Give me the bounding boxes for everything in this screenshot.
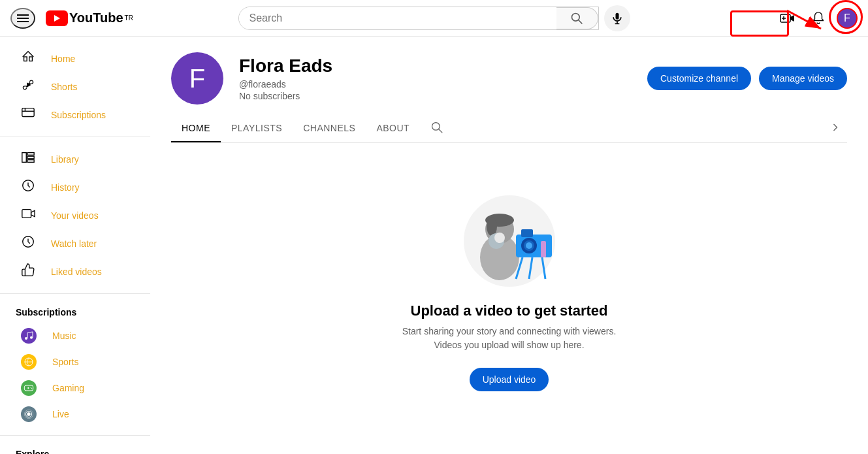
sidebar-music-label: Music bbox=[52, 331, 76, 341]
sidebar-library-label: Library bbox=[51, 154, 79, 165]
customize-channel-button[interactable]: Customize channel bbox=[647, 67, 751, 90]
sidebar-item-liked-videos[interactable]: Liked videos bbox=[5, 257, 145, 285]
sidebar-divider-1 bbox=[0, 137, 150, 137]
svg-rect-21 bbox=[22, 153, 26, 163]
sidebar-divider-3 bbox=[0, 435, 150, 436]
svg-rect-23 bbox=[27, 156, 34, 159]
upload-video-button[interactable]: Upload video bbox=[470, 368, 549, 391]
manage-videos-button[interactable]: Manage videos bbox=[759, 67, 847, 90]
topbar: YouTubeTR bbox=[0, 0, 868, 37]
main-content: F Flora Eads @floraeads No subscribers C… bbox=[150, 37, 868, 454]
home-icon bbox=[21, 50, 35, 67]
youtube-logo[interactable]: YouTubeTR bbox=[46, 10, 133, 26]
svg-point-30 bbox=[30, 336, 33, 339]
main-area: Home Shorts Subscriptions Library His bbox=[0, 37, 868, 454]
sidebar-item-history[interactable]: History bbox=[5, 173, 145, 201]
music-avatar bbox=[21, 328, 37, 344]
svg-point-51 bbox=[526, 242, 532, 249]
empty-state: Upload a video to get started Start shar… bbox=[150, 143, 868, 430]
svg-point-36 bbox=[31, 388, 32, 389]
channel-header: F Flora Eads @floraeads No subscribers C… bbox=[150, 37, 868, 143]
watch-later-icon bbox=[21, 235, 35, 252]
channel-name: Flora Eads bbox=[239, 56, 632, 76]
menu-button[interactable] bbox=[10, 8, 35, 29]
channel-actions: Customize channel Manage videos bbox=[647, 67, 847, 90]
channel-handle: @floraeads bbox=[239, 79, 632, 89]
shorts-icon bbox=[21, 78, 35, 95]
sidebar: Home Shorts Subscriptions Library His bbox=[0, 37, 150, 454]
sidebar-sports-label: Sports bbox=[52, 357, 78, 367]
tab-home[interactable]: HOME bbox=[171, 115, 221, 142]
svg-rect-18 bbox=[22, 108, 34, 117]
topbar-right: F bbox=[727, 5, 858, 31]
search-input[interactable] bbox=[239, 7, 556, 29]
sidebar-item-sports[interactable]: Sports bbox=[5, 349, 145, 375]
sidebar-item-music[interactable]: Music bbox=[5, 323, 145, 349]
topbar-left: YouTubeTR bbox=[10, 8, 141, 29]
search-area bbox=[238, 5, 630, 31]
user-avatar[interactable]: F bbox=[837, 8, 858, 29]
live-avatar bbox=[21, 406, 37, 422]
svg-rect-24 bbox=[27, 160, 34, 163]
sidebar-item-shorts[interactable]: Shorts bbox=[5, 73, 145, 101]
tab-channels[interactable]: CHANNELS bbox=[293, 115, 366, 142]
tab-playlists[interactable]: PLAYLISTS bbox=[221, 115, 293, 142]
subscriptions-section-title: Subscriptions bbox=[0, 302, 150, 323]
channel-tabs: HOME PLAYLISTS CHANNELS ABOUT bbox=[171, 115, 847, 143]
sidebar-live-label: Live bbox=[52, 409, 69, 419]
svg-rect-0 bbox=[17, 14, 29, 16]
tab-search-icon[interactable] bbox=[425, 116, 449, 142]
liked-videos-icon bbox=[21, 263, 35, 280]
svg-point-46 bbox=[487, 218, 497, 236]
search-bar bbox=[238, 7, 599, 30]
tab-about[interactable]: ABOUT bbox=[366, 115, 420, 142]
sidebar-liked-videos-label: Liked videos bbox=[51, 267, 102, 277]
tab-chevron-icon[interactable] bbox=[824, 116, 847, 142]
empty-illustration bbox=[444, 182, 575, 287]
empty-state-subtitle: Start sharing your story and connecting … bbox=[392, 325, 627, 352]
svg-point-37 bbox=[27, 412, 30, 415]
search-button[interactable] bbox=[556, 7, 598, 29]
sidebar-history-label: History bbox=[51, 182, 80, 193]
svg-marker-12 bbox=[790, 15, 794, 22]
your-videos-icon bbox=[21, 206, 35, 224]
svg-rect-22 bbox=[27, 153, 34, 155]
svg-point-29 bbox=[25, 337, 27, 340]
svg-point-40 bbox=[432, 123, 440, 131]
notifications-button[interactable] bbox=[805, 5, 831, 31]
channel-subscribers: No subscribers bbox=[239, 91, 632, 101]
sidebar-watch-later-label: Watch later bbox=[51, 238, 97, 249]
svg-point-35 bbox=[31, 387, 31, 388]
svg-rect-15 bbox=[24, 57, 27, 61]
sidebar-your-videos-label: Your videos bbox=[51, 210, 99, 221]
svg-rect-16 bbox=[29, 57, 33, 61]
sidebar-item-gaming[interactable]: Gaming bbox=[5, 375, 145, 401]
svg-marker-27 bbox=[31, 210, 35, 216]
create-button[interactable] bbox=[774, 5, 800, 31]
svg-rect-1 bbox=[17, 18, 29, 19]
explore-section-title: Explore bbox=[0, 444, 150, 454]
logo-tr: TR bbox=[125, 14, 133, 22]
sidebar-item-home[interactable]: Home bbox=[5, 44, 145, 73]
sidebar-item-live[interactable]: Live bbox=[5, 401, 145, 427]
sidebar-divider-2 bbox=[0, 293, 150, 294]
svg-rect-7 bbox=[615, 12, 619, 19]
sidebar-item-subscriptions[interactable]: Subscriptions bbox=[5, 101, 145, 129]
mic-button[interactable] bbox=[604, 5, 630, 31]
gaming-avatar bbox=[21, 380, 37, 396]
sidebar-item-your-videos[interactable]: Your videos bbox=[5, 201, 145, 229]
svg-line-41 bbox=[439, 129, 443, 133]
sidebar-gaming-label: Gaming bbox=[52, 383, 84, 393]
empty-state-title: Upload a video to get started bbox=[411, 302, 608, 319]
sidebar-item-watch-later[interactable]: Watch later bbox=[5, 229, 145, 257]
sidebar-item-library[interactable]: Library bbox=[5, 145, 145, 173]
sidebar-home-label: Home bbox=[51, 54, 75, 64]
sidebar-subscriptions-label: Subscriptions bbox=[51, 110, 106, 120]
channel-info: F Flora Eads @floraeads No subscribers C… bbox=[171, 52, 847, 105]
svg-point-5 bbox=[572, 13, 580, 21]
svg-line-6 bbox=[579, 20, 583, 24]
history-icon bbox=[21, 178, 35, 196]
sports-avatar bbox=[21, 354, 37, 370]
subscriptions-icon bbox=[21, 106, 35, 123]
svg-rect-26 bbox=[22, 210, 31, 218]
